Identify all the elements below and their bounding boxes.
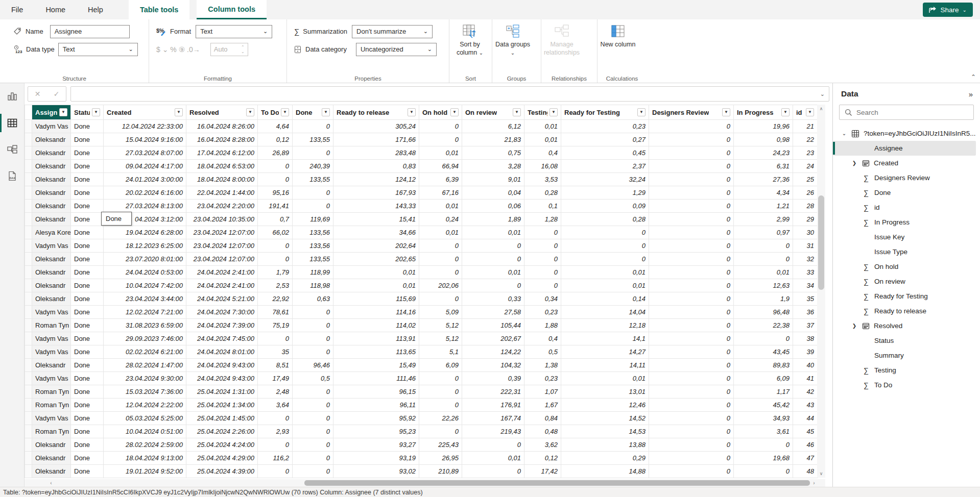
table-cell[interactable]: 46 (793, 438, 818, 452)
table-cell[interactable]: Done (71, 133, 104, 146)
table-cell[interactable]: 13,88 (561, 438, 649, 452)
table-cell[interactable]: 18.12.2023 6:25:00 (104, 239, 186, 253)
table-cell[interactable]: 113,91 (333, 332, 419, 345)
table-cell[interactable]: 93,27 (333, 438, 419, 452)
table-cell[interactable]: 24.04.2024 5:21:00 (186, 292, 258, 306)
table-cell[interactable]: 210,89 (419, 465, 462, 478)
table-cell[interactable]: 28 (793, 200, 818, 213)
table-cell[interactable]: 1,21 (734, 200, 793, 213)
table-cell[interactable]: 14,53 (561, 425, 649, 438)
table-cell[interactable]: 0,01 (524, 133, 561, 146)
table-cell[interactable]: Vadym Vas (32, 120, 71, 133)
field-item-issue-key[interactable]: Issue Key (833, 230, 980, 244)
field-item-on-review[interactable]: ∑On review (833, 274, 980, 289)
table-cell[interactable]: Done (71, 146, 104, 160)
table-cell[interactable]: 95,23 (333, 425, 419, 438)
table-cell[interactable]: Done (71, 173, 104, 186)
table-cell[interactable]: 1,9 (734, 292, 793, 306)
dax-query-view-button[interactable]: DAX (0, 163, 25, 189)
table-cell[interactable]: 25.04.2024 1:34:00 (186, 399, 258, 412)
table-cell[interactable]: 32,24 (561, 173, 649, 186)
table-cell[interactable]: 124,22 (462, 345, 524, 359)
data-type-dropdown[interactable]: Text⌄ (58, 43, 138, 56)
column-header-resolved[interactable]: Resolved▼ (186, 105, 258, 120)
table-cell[interactable]: 5,1 (419, 345, 462, 359)
table-cell[interactable]: 35 (258, 345, 293, 359)
table-row[interactable]: OleksandrDone10.04.2024 7:42:0024.04.202… (25, 279, 818, 292)
table-cell[interactable]: 0 (524, 253, 561, 266)
table-cell[interactable]: 0,01 (462, 226, 524, 239)
table-cell[interactable]: 240,39 (293, 160, 333, 173)
table-cell[interactable]: 1,88 (524, 319, 561, 332)
table-cell[interactable]: 23.04.2024 9:30:00 (104, 372, 186, 385)
table-row[interactable]: OleksandrDone28.02.2024 1:47:0024.04.202… (25, 359, 818, 372)
table-cell[interactable]: 0 (734, 332, 793, 345)
table-cell[interactable]: 45,42 (734, 399, 793, 412)
table-cell[interactable]: 1,89 (462, 213, 524, 226)
table-cell[interactable]: 17.04.2024 6:12:00 (186, 146, 258, 160)
table-cell[interactable]: 39 (793, 345, 818, 359)
table-cell[interactable]: 0 (293, 319, 333, 332)
confirm-icon[interactable]: ✓ (54, 90, 60, 98)
table-cell[interactable]: Oleksandr (32, 173, 71, 186)
table-cell[interactable]: 0 (293, 385, 333, 399)
table-cell[interactable]: 25.04.2024 4:39:00 (186, 465, 258, 478)
table-cell[interactable]: 0 (649, 306, 734, 319)
scroll-left-icon[interactable]: ‹ (47, 479, 55, 487)
table-cell[interactable]: 0,01 (524, 120, 561, 133)
table-cell[interactable]: Oleksandr (32, 465, 71, 478)
table-cell[interactable]: 67,16 (419, 186, 462, 200)
tab-table-tools[interactable]: Table tools (129, 0, 189, 19)
field-item-issue-type[interactable]: Issue Type (833, 244, 980, 259)
table-cell[interactable]: Done (71, 120, 104, 133)
scroll-right-icon[interactable]: › (810, 479, 818, 487)
table-cell[interactable]: 133,55 (293, 133, 333, 146)
table-cell[interactable]: Done (71, 213, 104, 226)
table-cell[interactable]: Roman Tyn (32, 425, 71, 438)
table-cell[interactable]: 27,36 (734, 173, 793, 186)
table-cell[interactable]: 0 (649, 412, 734, 425)
table-cell[interactable]: 1,17 (734, 385, 793, 399)
table-cell[interactable]: 16.04.2024 8:26:00 (186, 120, 258, 133)
table-cell[interactable]: 18.04.2024 8:00:00 (186, 173, 258, 186)
table-cell[interactable]: 0 (419, 133, 462, 146)
table-cell[interactable]: 6,31 (734, 160, 793, 173)
table-row[interactable]: OleksandrDone27.03.2024 8:13:0023.04.202… (25, 200, 818, 213)
table-cell[interactable]: Done (71, 319, 104, 332)
table-cell[interactable]: 113,65 (333, 345, 419, 359)
decimal-places-spinner[interactable]: Auto⌃⌄ (210, 43, 248, 56)
table-cell[interactable]: 191,41 (258, 200, 293, 213)
table-cell[interactable]: 3,61 (734, 425, 793, 438)
table-cell[interactable]: 0 (649, 452, 734, 465)
table-cell[interactable]: 19,96 (734, 120, 793, 133)
table-cell[interactable]: 37 (793, 319, 818, 332)
table-cell[interactable]: 34 (793, 279, 818, 292)
table-cell[interactable]: 0 (649, 253, 734, 266)
share-button[interactable]: Share ⌄ (923, 3, 973, 17)
scroll-down-icon[interactable]: ∨ (817, 469, 825, 478)
table-cell[interactable]: Vadym Vas (32, 306, 71, 319)
table-cell[interactable]: 1,07 (524, 385, 561, 399)
table-cell[interactable]: 0,98 (734, 133, 793, 146)
table-cell[interactable]: 23.04.2024 12:07:00 (186, 253, 258, 266)
table-cell[interactable]: 21 (793, 120, 818, 133)
table-cell[interactable]: 283,48 (333, 146, 419, 160)
table-cell[interactable]: 2,48 (258, 385, 293, 399)
table-cell[interactable]: 24.04.2024 7:39:00 (186, 319, 258, 332)
table-cell[interactable]: 0 (524, 279, 561, 292)
table-cell[interactable]: 6,12 (462, 120, 524, 133)
table-cell[interactable]: 133,55 (293, 173, 333, 186)
table-cell[interactable]: Done (71, 332, 104, 345)
table-cell[interactable]: 305,24 (333, 120, 419, 133)
table-cell[interactable]: Done (71, 465, 104, 478)
table-cell[interactable]: 0 (734, 253, 793, 266)
table-cell[interactable]: 35 (793, 292, 818, 306)
table-cell[interactable]: 13,01 (561, 385, 649, 399)
table-cell[interactable]: 6,39 (419, 173, 462, 186)
table-cell[interactable]: 2,53 (258, 279, 293, 292)
table-cell[interactable]: 14,1 (561, 332, 649, 345)
table-cell[interactable]: 21,83 (462, 133, 524, 146)
table-cell[interactable]: 24,23 (734, 146, 793, 160)
table-cell[interactable]: Oleksandr (32, 160, 71, 173)
table-cell[interactable]: 0,83 (333, 160, 419, 173)
